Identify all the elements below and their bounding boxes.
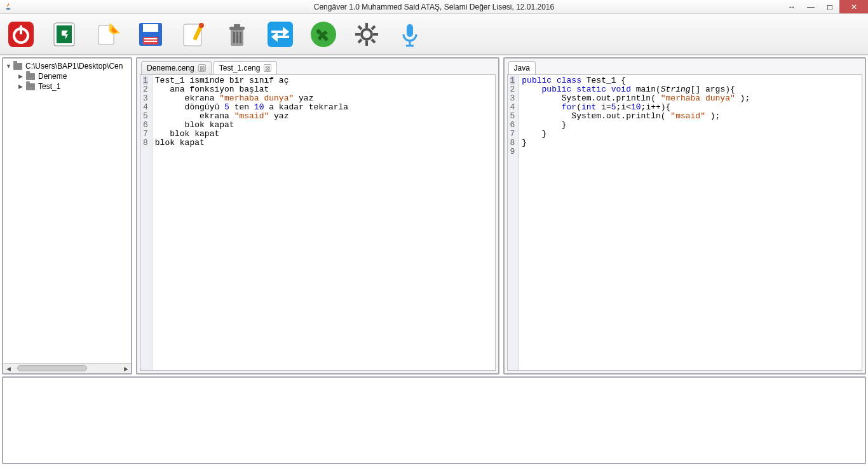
code-content[interactable]: public class Test_1 { public static void… xyxy=(519,75,862,370)
microphone-button[interactable] xyxy=(394,18,426,50)
svg-point-24 xyxy=(362,29,372,39)
code-content[interactable]: Test_1 isminde bir sınıf aç ana fonksiyo… xyxy=(153,75,495,370)
tree-root[interactable]: ▼ C:\Users\BAP1\Desktop\Cen xyxy=(6,61,128,71)
svg-line-31 xyxy=(372,26,375,29)
run-button[interactable] xyxy=(308,18,339,50)
left-code-editor[interactable]: 12345678 Test_1 isminde bir sınıf aç ana… xyxy=(140,74,496,371)
save-button[interactable] xyxy=(135,18,166,50)
tree-item[interactable]: ▶ Test_1 xyxy=(6,81,128,92)
svg-rect-19 xyxy=(233,32,235,43)
window-title: Cengâver 1.0 Muhammed Said ATAŞ, Selami … xyxy=(314,3,554,11)
close-button[interactable]: ✕ xyxy=(839,0,868,13)
line-number-gutter: 123456789 xyxy=(508,75,520,370)
svg-line-32 xyxy=(358,39,362,43)
left-editor-pane: Deneme.ceng ⊠ Test_1.ceng ⊠ 12345678 Tes… xyxy=(136,57,499,375)
tab-label: Java xyxy=(514,64,530,72)
svg-rect-9 xyxy=(143,24,158,32)
main-toolbar xyxy=(0,14,868,55)
svg-rect-2 xyxy=(20,25,22,34)
folder-icon xyxy=(26,73,35,80)
tab-deneme[interactable]: Deneme.ceng ⊠ xyxy=(141,61,212,74)
tree-root-label: C:\Users\BAP1\Desktop\Cen xyxy=(25,62,123,71)
maximize-button[interactable]: ◻ xyxy=(820,0,839,13)
main-area: ▼ C:\Users\BAP1\Desktop\Cen ▶ Deneme ▶ T… xyxy=(0,55,868,376)
svg-rect-18 xyxy=(234,24,240,27)
swap-button[interactable] xyxy=(264,18,296,50)
svg-rect-20 xyxy=(236,32,238,43)
svg-rect-22 xyxy=(268,22,293,47)
svg-line-29 xyxy=(358,26,362,29)
console-panel[interactable] xyxy=(2,376,866,464)
title-bar: Cengâver 1.0 Muhammed Said ATAŞ, Selami … xyxy=(0,0,868,14)
scroll-left-icon[interactable]: ◀ xyxy=(3,364,13,374)
tab-close-icon[interactable]: ⊠ xyxy=(198,64,206,72)
line-number-gutter: 12345678 xyxy=(140,75,153,370)
folder-icon xyxy=(13,63,22,70)
tree-toggle-icon[interactable]: ▶ xyxy=(18,83,25,90)
svg-rect-12 xyxy=(144,41,157,42)
tree-hscrollbar[interactable]: ◀ ▶ xyxy=(3,363,131,373)
tab-java[interactable]: Java xyxy=(508,61,536,74)
project-button[interactable] xyxy=(48,18,80,50)
svg-rect-33 xyxy=(407,24,413,37)
minimize-button[interactable]: — xyxy=(801,0,820,13)
svg-point-15 xyxy=(199,23,204,28)
java-icon xyxy=(4,3,13,11)
tree-item-label: Deneme xyxy=(38,72,67,81)
svg-rect-11 xyxy=(144,38,157,39)
scroll-right-icon[interactable]: ▶ xyxy=(121,364,131,374)
settings-button[interactable] xyxy=(351,18,383,50)
tab-test1[interactable]: Test_1.ceng ⊠ xyxy=(214,61,278,74)
window-controls: ↔ — ◻ ✕ xyxy=(782,0,868,13)
new-file-button[interactable] xyxy=(92,18,123,50)
tree-toggle-icon[interactable]: ▼ xyxy=(6,63,12,69)
tree-item[interactable]: ▶ Deneme xyxy=(6,71,128,81)
power-button[interactable] xyxy=(5,18,37,50)
tab-label: Deneme.ceng xyxy=(147,64,194,72)
folder-icon xyxy=(26,83,35,90)
project-tree-panel: ▼ C:\Users\BAP1\Desktop\Cen ▶ Deneme ▶ T… xyxy=(2,57,132,375)
tree-item-label: Test_1 xyxy=(38,82,60,91)
tab-close-icon[interactable]: ⊠ xyxy=(264,64,271,72)
right-editor-pane: Java 123456789 public class Test_1 { pub… xyxy=(503,57,867,375)
scroll-thumb[interactable] xyxy=(17,365,87,371)
right-code-editor[interactable]: 123456789 public class Test_1 { public s… xyxy=(507,74,863,371)
edit-button[interactable] xyxy=(178,18,210,50)
svg-line-30 xyxy=(372,39,375,43)
delete-button[interactable] xyxy=(221,18,253,50)
resize-handle-icon[interactable]: ↔ xyxy=(782,0,801,13)
tree-toggle-icon[interactable]: ▶ xyxy=(18,73,25,79)
tab-label: Test_1.ceng xyxy=(219,64,261,72)
left-tab-bar: Deneme.ceng ⊠ Test_1.ceng ⊠ xyxy=(137,59,498,74)
svg-rect-21 xyxy=(240,32,241,43)
project-tree[interactable]: ▼ C:\Users\BAP1\Desktop\Cen ▶ Deneme ▶ T… xyxy=(3,59,131,363)
right-tab-bar: Java xyxy=(505,59,865,74)
